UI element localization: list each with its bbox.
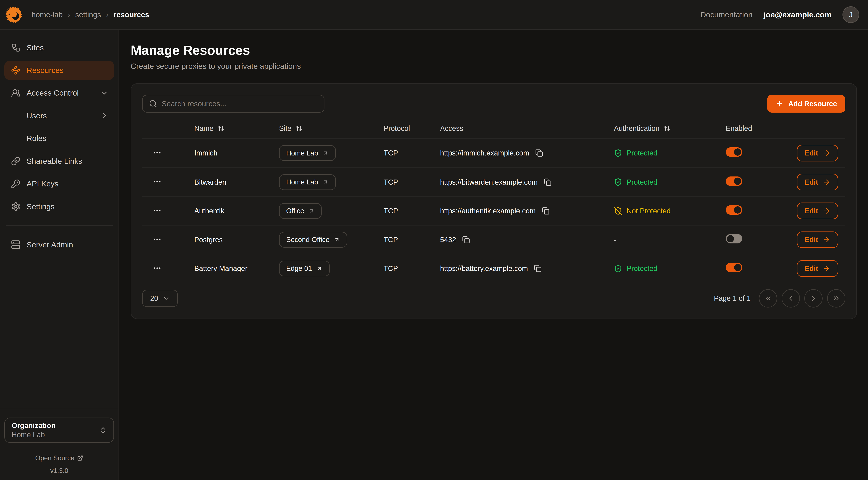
ellipsis-icon (153, 148, 162, 157)
previous-page-button[interactable] (782, 289, 800, 307)
access-link[interactable]: https://battery.example.com (440, 264, 528, 273)
sidebar-item-label: API Keys (27, 179, 58, 188)
ellipsis-icon (153, 206, 162, 215)
sidebar-item-label: Settings (27, 202, 55, 211)
row-menu-button[interactable] (152, 234, 163, 245)
site-badge[interactable]: Edge 01 (279, 261, 330, 276)
row-menu-button[interactable] (152, 147, 163, 158)
column-header-name[interactable]: Name (194, 124, 279, 132)
sidebar-item-resources[interactable]: Resources (4, 61, 114, 80)
copy-icon (544, 178, 552, 186)
pangolin-logo-icon (3, 4, 24, 25)
row-menu-button[interactable] (152, 263, 163, 273)
sidebar-item-api-keys[interactable]: API Keys (4, 175, 114, 193)
edit-button[interactable]: Edit (797, 203, 838, 219)
ellipsis-icon (153, 235, 162, 244)
sidebar-item-server-admin[interactable]: Server Admin (4, 235, 114, 254)
sidebar-item-access-control[interactable]: Access Control (4, 84, 114, 102)
last-page-button[interactable] (827, 289, 845, 307)
breadcrumb-item-home-lab[interactable]: home-lab (31, 10, 63, 19)
documentation-link[interactable]: Documentation (701, 10, 752, 19)
chevron-down-icon-slot (163, 295, 170, 302)
access-link[interactable]: https://authentik.example.com (440, 207, 536, 215)
sidebar-item-roles[interactable]: Roles (4, 129, 114, 148)
shield-off-icon (614, 207, 622, 215)
chevron-right-icon-slot (100, 112, 108, 120)
column-header-authentication[interactable]: Authentication (614, 124, 726, 132)
arrow-right-icon (823, 207, 830, 215)
sidebar-divider (6, 226, 113, 226)
copy-button[interactable] (541, 206, 551, 216)
access-link[interactable]: 5432 (440, 236, 456, 244)
breadcrumb-item-resources: resources (114, 10, 149, 19)
enabled-toggle[interactable] (726, 234, 742, 243)
topbar-actions: Documentation joe@example.com J (701, 6, 859, 23)
sidebar-item-label: Roles (27, 134, 46, 143)
column-header-site[interactable]: Site (279, 124, 383, 132)
row-menu-button[interactable] (152, 176, 163, 187)
site-badge[interactable]: Home Lab (279, 174, 336, 190)
workflow-icon-slot (11, 43, 21, 52)
key-round-icon-slot (11, 179, 21, 189)
resource-name: Authentik (194, 207, 279, 215)
sidebar-item-sites[interactable]: Sites (4, 38, 114, 57)
arrow-up-down-icon (295, 125, 303, 132)
page-size-select[interactable]: 20 (142, 290, 178, 307)
sidebar-item-settings[interactable]: Settings (4, 197, 114, 216)
arrow-right-icon (823, 149, 830, 157)
site-badge[interactable]: Office (279, 203, 322, 219)
edit-button[interactable]: Edit (797, 174, 838, 190)
organization-selector[interactable]: Organization Home Lab (4, 418, 114, 443)
access-link[interactable]: https://immich.example.com (440, 149, 529, 157)
avatar[interactable]: J (842, 6, 859, 23)
resource-name: Immich (194, 149, 279, 157)
copy-button[interactable] (542, 177, 553, 187)
arrow-right-icon (823, 178, 830, 186)
open-source-link[interactable]: Open Source (4, 454, 114, 462)
waypoints-icon (11, 65, 21, 75)
enabled-toggle[interactable] (726, 177, 742, 186)
access-link[interactable]: https://bitwarden.example.com (440, 178, 537, 186)
breadcrumb-item-settings[interactable]: settings (75, 10, 101, 19)
pagination-bar: 20 Page 1 of 1 (142, 289, 845, 307)
enabled-toggle[interactable] (726, 205, 742, 215)
plus-icon-slot (776, 99, 784, 108)
copy-button[interactable] (534, 148, 544, 158)
first-page-button[interactable] (759, 289, 777, 307)
topbar: home-lab›settings›resources Documentatio… (0, 0, 868, 30)
edit-button[interactable]: Edit (797, 232, 838, 248)
edit-button[interactable]: Edit (797, 145, 838, 161)
sidebar-item-label: Shareable Links (27, 157, 82, 166)
pangolin-logo[interactable] (3, 4, 24, 25)
chevron-right-icon (100, 112, 108, 120)
shield-check-icon (614, 264, 622, 273)
sidebar-item-users[interactable]: Users (4, 106, 114, 125)
site-badge[interactable]: Second Office (279, 232, 347, 248)
copy-icon (462, 236, 470, 244)
chevron-right-icon (810, 295, 817, 302)
breadcrumb-separator: › (68, 10, 70, 19)
row-menu-button[interactable] (152, 205, 163, 216)
copy-button[interactable] (533, 264, 543, 273)
copy-button[interactable] (461, 235, 471, 245)
next-page-button[interactable] (804, 289, 823, 307)
enabled-toggle[interactable] (726, 263, 742, 272)
main-content: Manage Resources Create secure proxies t… (119, 30, 868, 480)
site-badge[interactable]: Home Lab (279, 145, 336, 161)
ellipsis-icon (153, 264, 162, 273)
protocol: TCP (383, 207, 440, 215)
app-window: home-lab›settings›resources Documentatio… (0, 0, 868, 480)
search-box[interactable] (142, 95, 324, 113)
protocol: TCP (383, 149, 440, 157)
toggle-knob (734, 178, 741, 185)
add-resource-button[interactable]: Add Resource (767, 95, 845, 113)
sidebar-item-shareable-links[interactable]: Shareable Links (4, 152, 114, 171)
edit-button[interactable]: Edit (797, 260, 838, 277)
protocol: TCP (383, 264, 440, 273)
table-header: NameSiteProtocolAccessAuthenticationEnab… (142, 119, 845, 139)
enabled-toggle[interactable] (726, 147, 742, 157)
page-subtitle: Create secure proxies to your private ap… (131, 62, 857, 70)
pager-buttons (759, 289, 845, 307)
search-input[interactable] (162, 99, 318, 108)
sidebar-item-label: Server Admin (27, 240, 73, 249)
